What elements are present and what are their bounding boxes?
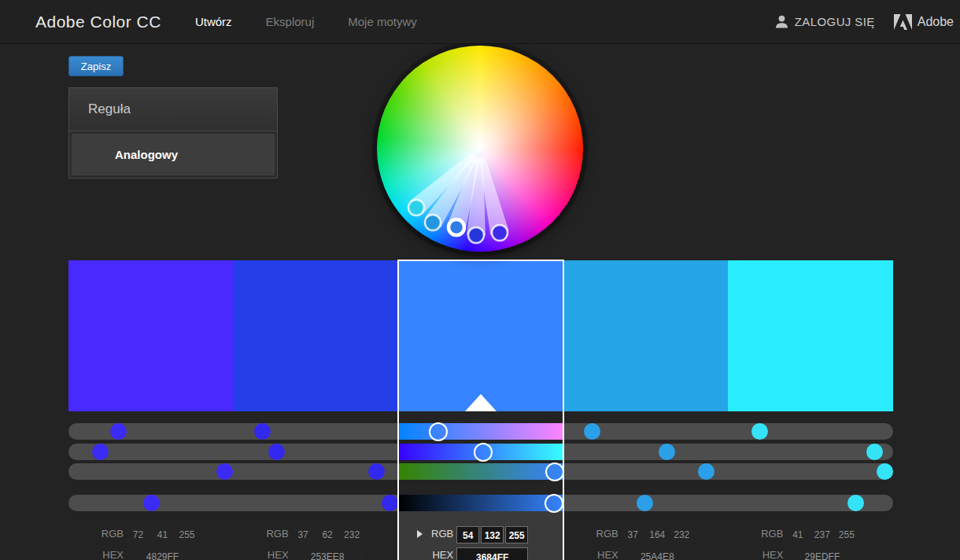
swatch-5[interactable] — [728, 260, 893, 411]
nav-moje-motywy[interactable]: Moje motywy — [348, 15, 417, 28]
wheel-handle-4[interactable] — [468, 227, 484, 243]
slider-handle[interactable] — [216, 463, 233, 480]
login-label: ZALOGUJ SIĘ — [795, 15, 875, 28]
b-value-field[interactable]: 232 — [341, 526, 364, 543]
wheel-handle-2[interactable] — [425, 215, 441, 230]
slider-handle-selected[interactable] — [429, 422, 448, 441]
r-value-field[interactable]: 54 — [456, 526, 479, 543]
rule-panel-header: Reguła — [69, 88, 277, 131]
app-logo: Adobe Color CC — [35, 13, 161, 31]
hex-value-field[interactable]: 253EE8 — [292, 547, 364, 560]
swatch-1[interactable] — [68, 260, 234, 411]
hex-label: HEX — [750, 549, 783, 560]
r-value-field[interactable]: 72 — [127, 526, 150, 543]
rgb-label: RGB — [256, 528, 289, 540]
slider-handle[interactable] — [110, 423, 127, 440]
r-value-field[interactable]: 37 — [292, 526, 315, 543]
green-slider-track[interactable] — [68, 444, 893, 460]
main-nav: Utwórz Eksploruj Moje motywy — [195, 15, 417, 28]
selected-slider-gradient[interactable] — [398, 495, 563, 511]
selected-swatch-pointer-icon — [465, 394, 497, 411]
slider-handle[interactable] — [847, 495, 864, 511]
slider-handle[interactable] — [637, 495, 653, 511]
swatch-3-selected[interactable] — [398, 260, 563, 411]
g-value-field[interactable]: 237 — [810, 526, 833, 543]
hex-value-field[interactable]: 4829FF — [127, 547, 198, 560]
red-slider-track[interactable] — [68, 423, 893, 440]
swatch-2[interactable] — [234, 260, 399, 411]
slider-handle-selected[interactable] — [545, 462, 564, 481]
hex-value-field[interactable]: 3684FF — [456, 547, 528, 560]
slider-handle[interactable] — [143, 495, 160, 511]
adobe-logo-icon — [894, 14, 912, 30]
wheel-handles-layer — [377, 46, 583, 252]
brightness-slider-track[interactable] — [68, 495, 893, 511]
g-value-field[interactable]: 62 — [316, 526, 339, 543]
slider-handle[interactable] — [584, 423, 600, 440]
brand-label: Adobe — [918, 15, 954, 29]
login-button[interactable]: ZALOGUJ SIĘ — [775, 15, 875, 28]
hex-value-field[interactable]: 25A4E8 — [622, 547, 693, 560]
selected-slider-gradient[interactable] — [398, 463, 563, 480]
wheel-handle-1[interactable] — [408, 200, 424, 216]
save-button[interactable]: Zapisz — [68, 56, 124, 76]
b-value-field[interactable]: 232 — [670, 526, 693, 543]
slider-handle[interactable] — [659, 444, 675, 460]
hex-label: HEX — [585, 549, 618, 560]
hex-label: HEX — [256, 549, 289, 560]
color-info-5: RGB 41 237 255 HEX 29EDFF — [728, 525, 893, 560]
rule-panel: Reguła Analogowy — [68, 87, 278, 179]
slider-handle[interactable] — [866, 444, 883, 460]
rgb-label: RGB — [90, 528, 124, 540]
color-wheel-area — [377, 46, 583, 252]
top-bar: Adobe Color CC Utwórz Eksploruj Moje mot… — [0, 0, 960, 44]
selected-slider-gradient[interactable] — [398, 423, 563, 440]
user-icon — [775, 15, 788, 28]
blue-slider-track[interactable] — [68, 463, 893, 480]
rgb-label: RGB — [750, 528, 783, 540]
color-info-2: RGB 37 62 232 HEX 253EE8 — [234, 525, 399, 560]
slider-handle[interactable] — [254, 423, 271, 440]
r-value-field[interactable]: 37 — [622, 526, 644, 543]
b-value-field[interactable]: 255 — [505, 526, 528, 543]
slider-handle[interactable] — [698, 463, 714, 480]
color-info-1: RGB 72 41 255 HEX 4829FF — [68, 525, 234, 560]
color-info-panel: RGB 72 41 255 HEX 4829FF RGB 37 62 232 H… — [68, 525, 893, 560]
g-value-field[interactable]: 164 — [646, 526, 669, 543]
rule-item-analogowy[interactable]: Analogowy — [72, 134, 275, 175]
topbar-right: ZALOGUJ SIĘ Adobe — [775, 14, 954, 30]
rgb-label: RGB — [420, 528, 453, 540]
rgb-label: RGB — [585, 528, 618, 540]
slider-handle[interactable] — [268, 444, 285, 460]
r-value-field[interactable]: 41 — [786, 526, 809, 543]
g-value-field[interactable]: 132 — [481, 526, 504, 543]
nav-utworz[interactable]: Utwórz — [195, 15, 232, 28]
nav-eksploruj[interactable]: Eksploruj — [266, 15, 315, 28]
hex-value-field[interactable]: 29EDFF — [786, 547, 858, 560]
adobe-color-app: Adobe Color CC Utwórz Eksploruj Moje mot… — [0, 0, 960, 560]
slider-handle[interactable] — [368, 463, 385, 480]
wheel-handle-3-selected[interactable] — [449, 219, 464, 235]
swatch-4[interactable] — [563, 260, 729, 411]
b-value-field[interactable]: 255 — [175, 526, 198, 543]
hex-label: HEX — [90, 549, 124, 560]
b-value-field[interactable]: 255 — [835, 526, 858, 543]
slider-handle[interactable] — [382, 495, 398, 511]
slider-handle-selected[interactable] — [545, 494, 563, 513]
g-value-field[interactable]: 41 — [151, 526, 174, 543]
color-info-4: RGB 37 164 232 HEX 25A4E8 — [563, 525, 729, 560]
slider-handle-selected[interactable] — [474, 443, 493, 462]
hex-label: HEX — [420, 549, 453, 560]
slider-handle[interactable] — [877, 463, 893, 480]
adobe-brand[interactable]: Adobe — [894, 14, 954, 30]
slider-handle[interactable] — [751, 423, 768, 440]
color-info-3-selected: RGB 54 132 255 HEX 3684FF — [398, 525, 563, 560]
swatch-row — [68, 260, 893, 411]
wheel-handle-5[interactable] — [492, 225, 508, 241]
slider-handle[interactable] — [92, 444, 109, 460]
